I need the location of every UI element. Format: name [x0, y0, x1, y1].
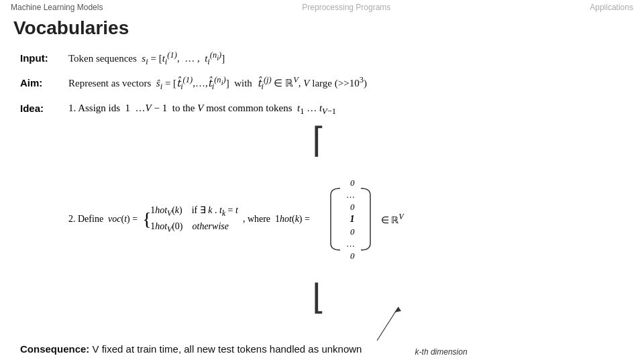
- right-bracket-svg: [357, 186, 376, 253]
- matrix-val-dots2: …: [347, 238, 355, 250]
- idea-point-1: 1. Assign ids 1 …V − 1 to the V most com…: [68, 100, 624, 119]
- consequence-row: Consequence: V fixed at train time, all …: [20, 341, 624, 358]
- page-title: Vocabularies: [0, 15, 644, 46]
- define-prefix: 2. Define voc(t) =: [68, 211, 138, 227]
- matrix-val-1: 0: [350, 201, 355, 213]
- aim-label: Aim:: [20, 74, 68, 92]
- rv-label: ∈ ℝV: [381, 215, 404, 225]
- aim-math: Represent as vectors ŝi = [t̂i(1),…,t̂i(…: [68, 73, 367, 94]
- input-label: Input:: [20, 50, 68, 67]
- bracket-left: ⌈ ⌊: [312, 125, 325, 314]
- matrix-val-k: 1: [350, 213, 354, 225]
- matrix-values: 0 … 0 1 0 … 0: [344, 176, 358, 263]
- piecewise-function: 1hotV(k) if ∃ k . tk = t 1hotV(0) otherw…: [142, 203, 238, 236]
- consequence-text: V fixed at train time, all new test toke…: [89, 343, 362, 355]
- define-line: 2. Define voc(t) = 1hotV(k) if ∃ k . tk …: [68, 125, 624, 314]
- idea-content: 1. Assign ids 1 …V − 1 to the V most com…: [68, 100, 624, 334]
- k-dim-label: k-th dimension: [415, 345, 468, 359]
- piecewise-case-2: 1hotV(0) otherwise: [150, 219, 229, 235]
- piecewise-row-2: 1hotV(0) otherwise: [150, 219, 238, 235]
- nav-right: Applications: [590, 3, 633, 12]
- left-bracket-svg: [325, 186, 344, 253]
- where-text: , where 1hot(k) =: [243, 211, 310, 227]
- input-row: Input: Token sequences si = [ti(1), … , …: [20, 48, 624, 69]
- nav-left: Machine Learning Models: [11, 3, 103, 12]
- idea-label: Idea:: [20, 100, 68, 117]
- aim-row: Aim: Represent as vectors ŝi = [t̂i(1),……: [20, 73, 624, 94]
- matrix-val-dots1: …: [347, 189, 355, 201]
- matrix-section: ⌈ ⌊ 0 … 0 1 0 …: [312, 125, 404, 314]
- matrix-val-2: 0: [350, 226, 355, 238]
- matrix-val-0: 0: [350, 177, 355, 189]
- idea-row: Idea: 1. Assign ids 1 …V − 1 to the V mo…: [20, 100, 624, 334]
- input-math: Token sequences si = [ti(1), … , ti(ni)]: [68, 48, 225, 69]
- nav-center: Preprocessing Programs: [302, 3, 390, 12]
- matrix-display: ⌈ ⌊ 0 … 0 1 0 …: [312, 125, 376, 314]
- k-dim-arrow: [364, 300, 424, 347]
- piecewise-case-1: 1hotV(k) if ∃ k . tk = t: [150, 203, 238, 219]
- piecewise-row-1: 1hotV(k) if ∃ k . tk = t: [150, 203, 238, 219]
- consequence-prefix: Consequence:: [20, 343, 89, 355]
- idea-section: Idea: 1. Assign ids 1 …V − 1 to the V mo…: [20, 100, 624, 334]
- content-area: Input: Token sequences si = [ti(1), … , …: [0, 46, 644, 362]
- matrix-val-3: 0: [350, 250, 355, 262]
- top-navigation: Machine Learning Models Preprocessing Pr…: [0, 0, 644, 15]
